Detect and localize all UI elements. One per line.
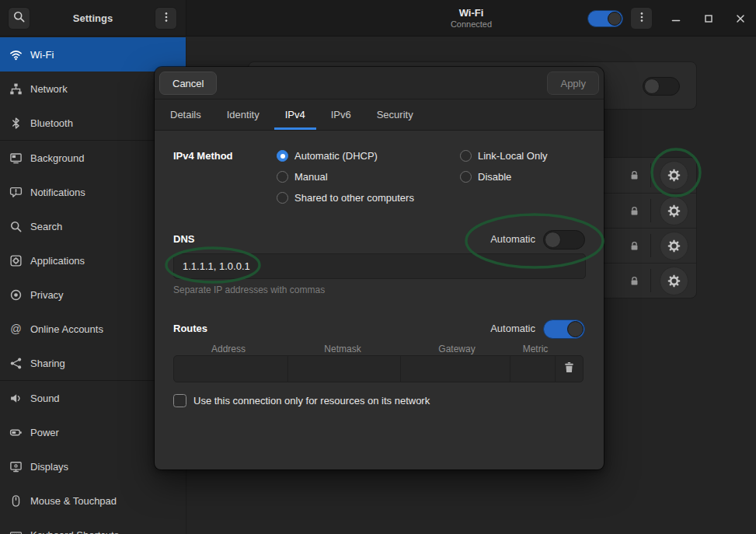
row-divider [650, 163, 651, 187]
cancel-button[interactable]: Cancel [159, 72, 217, 95]
radio-label: Shared to other computers [294, 192, 414, 204]
gear-icon [667, 169, 681, 182]
dns-input[interactable]: 1.1.1.1, 1.0.0.1 [173, 253, 586, 279]
sidebar-item-label: Online Accounts [30, 323, 103, 335]
radio-icon [460, 171, 472, 183]
route-address-input[interactable] [174, 356, 287, 382]
dialog-headerbar: Cancel Apply [155, 67, 604, 99]
dialog-tabs: DetailsIdentityIPv4IPv6Security [155, 99, 604, 131]
sidebar-item-label: Network [30, 83, 68, 95]
routes-input-row [173, 355, 584, 382]
radio-option-disable[interactable]: Disable [460, 170, 511, 183]
sidebar-item-label: Applications [30, 255, 85, 267]
lock-icon [629, 275, 640, 287]
sidebar-item-keyboard-shortcuts[interactable]: Keyboard Shortcuts [0, 518, 186, 534]
dns-automatic-toggle[interactable] [543, 230, 585, 250]
page-title: Wi-Fi [451, 7, 492, 19]
dialog-body: IPv4 Method Automatic (DHCP)ManualShared… [155, 131, 604, 468]
route-delete-button[interactable] [555, 356, 583, 382]
online-accounts-icon: @ [9, 323, 23, 336]
notifications-icon [9, 186, 23, 199]
tab-security[interactable]: Security [366, 99, 424, 130]
airplane-toggle-knob [644, 79, 660, 94]
headerbar-right: Wi-Fi Connected [186, 0, 756, 36]
row-divider [650, 199, 651, 222]
ipv4-method-label: IPv4 Method [173, 150, 233, 162]
headerbar: Settings Wi-Fi Connected [0, 0, 756, 37]
search-icon [9, 220, 23, 233]
dns-label: DNS [173, 233, 194, 245]
gear-icon [667, 274, 681, 288]
route-gateway-input[interactable] [400, 356, 510, 382]
trash-icon [563, 361, 576, 377]
apply-button[interactable]: Apply [547, 72, 599, 95]
bluetooth-icon [9, 117, 23, 130]
menu-dots-icon [636, 11, 648, 26]
radio-option-manual[interactable]: Manual [277, 170, 328, 183]
applications-icon [9, 254, 23, 267]
gear-icon [667, 204, 681, 218]
power-icon [9, 426, 23, 439]
lock-icon [629, 240, 640, 252]
lock-icon [629, 205, 640, 217]
restrict-connection-checkbox[interactable] [173, 394, 186, 407]
headerbar-left: Settings [0, 0, 186, 36]
dns-value: 1.1.1.1, 1.0.0.1 [183, 260, 250, 272]
network-icon [9, 82, 23, 96]
wifi-settings-dialog: Cancel Apply DetailsIdentityIPv4IPv6Secu… [155, 67, 604, 469]
column-header-gateway: Gateway [438, 344, 475, 354]
gear-icon [667, 239, 681, 253]
row-divider [650, 234, 651, 257]
network-settings-button[interactable] [660, 161, 688, 190]
radio-option-shared-to-other-computers[interactable]: Shared to other computers [277, 191, 414, 204]
radio-label: Link-Local Only [478, 150, 548, 162]
radio-option-automatic-dhcp-[interactable]: Automatic (DHCP) [277, 149, 378, 162]
route-metric-input[interactable] [510, 356, 555, 382]
row-divider [650, 269, 651, 292]
privacy-icon [9, 288, 23, 302]
displays-icon [9, 460, 23, 473]
routes-automatic-toggle[interactable] [543, 319, 585, 339]
keyboard-icon [9, 529, 23, 534]
wifi-toggle-knob [608, 12, 622, 26]
network-settings-button[interactable] [660, 232, 688, 260]
radio-option-link-local-only[interactable]: Link-Local Only [460, 149, 548, 162]
wifi-toggle[interactable] [587, 10, 623, 27]
dns-helper-text: Separate IP addresses with commas [173, 284, 325, 295]
sidebar-item-label: Search [30, 221, 62, 232]
radio-icon [277, 192, 288, 204]
lock-icon [629, 169, 640, 181]
network-settings-button[interactable] [660, 197, 688, 225]
sidebar-item-label: Sound [30, 393, 60, 404]
close-button[interactable] [733, 11, 748, 26]
airplane-mode-toggle[interactable] [643, 77, 680, 96]
route-netmask-input[interactable] [287, 356, 400, 382]
radio-icon [277, 171, 288, 183]
page-subtitle: Connected [451, 19, 492, 29]
minimize-button[interactable] [668, 11, 684, 26]
column-header-metric: Metric [523, 344, 549, 354]
sidebar-menu-button[interactable] [155, 7, 177, 30]
sidebar-item-label: Sharing [30, 358, 65, 369]
routes-toggle-knob [567, 321, 584, 337]
radio-icon [277, 150, 288, 162]
sidebar-item-wi-fi[interactable]: Wi-Fi [0, 37, 186, 72]
menu-dots-icon [160, 11, 172, 26]
sidebar-item-mouse-touchpad[interactable]: Mouse & Touchpad [0, 483, 186, 518]
column-header-netmask: Netmask [324, 344, 361, 354]
sidebar-item-label: Power [30, 427, 59, 438]
sidebar-item-label: Notifications [30, 187, 85, 198]
network-settings-button[interactable] [660, 267, 688, 295]
window-menu-button[interactable] [630, 7, 653, 30]
settings-window: Settings Wi-Fi Connected Wi-FiNetworkBlu… [0, 0, 756, 534]
radio-label: Manual [294, 171, 328, 183]
maximize-button[interactable] [701, 11, 716, 26]
sharing-icon [9, 357, 23, 370]
tab-details[interactable]: Details [159, 99, 212, 130]
restrict-connection-label: Use this connection only for resources o… [193, 395, 430, 407]
tab-identity[interactable]: Identity [216, 99, 270, 130]
tab-ipv6[interactable]: IPv6 [320, 99, 362, 130]
tab-ipv4[interactable]: IPv4 [274, 99, 316, 130]
svg-text:@: @ [10, 323, 22, 335]
routes-label: Routes [173, 323, 207, 334]
